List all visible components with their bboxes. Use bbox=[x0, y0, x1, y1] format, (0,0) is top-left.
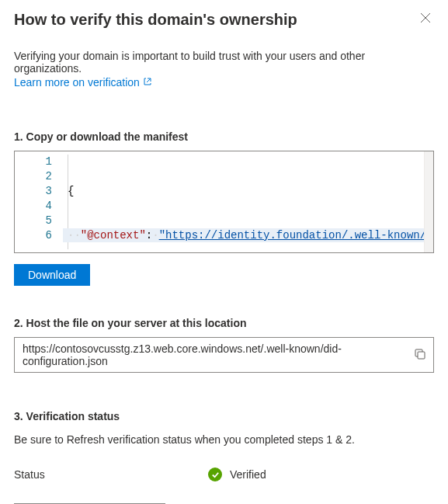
code-token: "https://identity.foundation/.well-known… bbox=[159, 229, 433, 242]
step1-heading: 1. Copy or download the manifest bbox=[14, 130, 434, 143]
svg-rect-0 bbox=[418, 352, 425, 359]
code-token: ·· bbox=[68, 229, 81, 242]
code-gutter: 1 2 3 4 5 6 bbox=[15, 151, 63, 252]
status-label: Status bbox=[14, 468, 208, 481]
intro-description: Verifying your domain is important to bu… bbox=[14, 50, 434, 75]
manifest-code-editor[interactable]: 1 2 3 4 5 6 { ··"@context":·"https://ide… bbox=[14, 151, 434, 253]
host-url-field[interactable]: https://contosovcusstg.z13.web.core.wind… bbox=[14, 337, 434, 373]
line-number: 1 bbox=[18, 155, 52, 169]
scrollbar-vertical[interactable] bbox=[424, 151, 433, 252]
code-token: : bbox=[146, 229, 152, 242]
close-icon bbox=[420, 14, 431, 26]
host-url-text: https://contosovcusstg.z13.web.core.wind… bbox=[23, 342, 415, 367]
line-number: 4 bbox=[18, 199, 52, 214]
close-button[interactable] bbox=[417, 9, 434, 29]
line-number: 6 bbox=[18, 228, 52, 243]
line-number: 2 bbox=[18, 169, 52, 184]
copy-icon[interactable] bbox=[415, 349, 425, 362]
line-number: 3 bbox=[18, 184, 52, 199]
code-token: { bbox=[68, 185, 74, 197]
external-link-icon bbox=[143, 76, 152, 89]
status-text: Verified bbox=[230, 468, 266, 481]
learn-more-link[interactable]: Learn more on verification bbox=[14, 76, 152, 89]
code-body: { ··"@context":·"https://identity.founda… bbox=[63, 151, 433, 252]
step2-heading: 2. Host the file on your server at this … bbox=[14, 317, 434, 329]
line-number: 5 bbox=[18, 214, 52, 228]
step3-instruction: Be sure to Refresh verification status w… bbox=[14, 433, 434, 446]
code-token: · bbox=[152, 229, 158, 242]
status-value: Verified bbox=[208, 468, 266, 481]
page-title: How to verify this domain's ownership bbox=[14, 9, 297, 30]
step3-heading: 3. Verification status bbox=[14, 410, 434, 422]
code-token: "@context" bbox=[81, 229, 146, 242]
learn-more-label: Learn more on verification bbox=[14, 76, 140, 89]
checkmark-icon bbox=[208, 468, 222, 481]
download-button[interactable]: Download bbox=[14, 264, 90, 286]
